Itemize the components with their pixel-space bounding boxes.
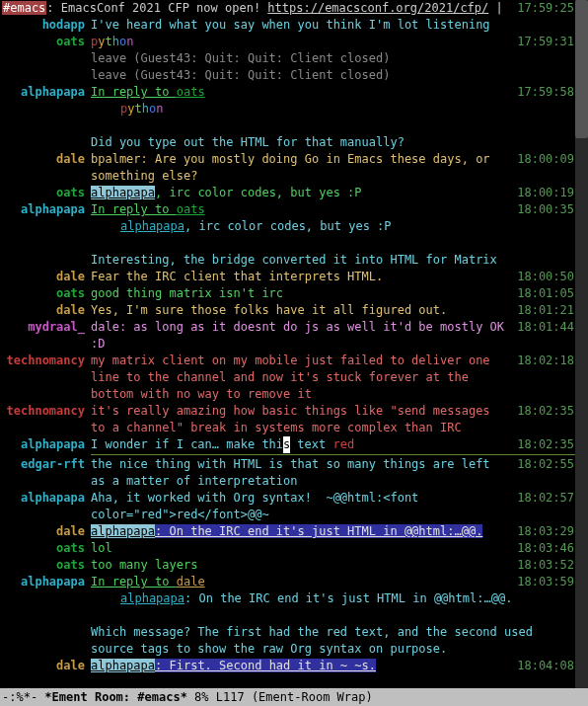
message-line: alphapapaIn reply to oats18:00:35 bbox=[0, 201, 588, 218]
message-line: daleYes, I'm sure those folks have it al… bbox=[0, 302, 588, 319]
channel-chip: #emacs bbox=[2, 1, 46, 15]
scrollbar-thumb[interactable] bbox=[575, 0, 588, 138]
timestamp: 18:02:35 bbox=[517, 403, 574, 420]
timestamp: 18:03:59 bbox=[517, 574, 574, 590]
message-line: alphapapaI wonder if I can… make this te… bbox=[0, 436, 588, 453]
sender-label: technomancy bbox=[0, 403, 91, 420]
separator-rule bbox=[91, 454, 588, 455]
chat-room: #emacs: EmacsConf 2021 CFP now open! htt… bbox=[0, 0, 588, 688]
message-body: python bbox=[91, 34, 509, 50]
sender-label: dale bbox=[0, 302, 91, 319]
message-line: alphapapaAha, it worked with Org syntax!… bbox=[0, 490, 588, 523]
message-body: good thing matrix isn't irc bbox=[91, 285, 509, 302]
sender-label: oats bbox=[0, 34, 91, 50]
sender-label: hodapp bbox=[0, 17, 91, 34]
message-body: Which message? The first had the red tex… bbox=[91, 624, 574, 658]
message-line: daleFear the IRC client that interprets … bbox=[0, 269, 588, 285]
message-body: too many layers bbox=[91, 557, 509, 574]
timestamp: 18:02:55 bbox=[517, 456, 574, 473]
message-line: Did you type out the HTML for that manua… bbox=[0, 134, 588, 151]
mention: : On the IRC end it's just HTML in @@htm… bbox=[155, 524, 482, 538]
sender-label: alphapapa bbox=[0, 201, 91, 218]
message-body: alphapapa: On the IRC end it's just HTML… bbox=[91, 590, 574, 607]
message-line: dalealphapapa: On the IRC end it's just … bbox=[0, 523, 588, 540]
buffer-name: *Ement Room: #emacs* bbox=[44, 690, 187, 704]
message-body: Interesting, the bridge converted it int… bbox=[91, 252, 574, 269]
sender-label: oats bbox=[0, 185, 91, 201]
message-line: edgar-rftthe nice thing with HTML is tha… bbox=[0, 456, 588, 490]
sender-label: alphapapa bbox=[0, 84, 91, 101]
message-line: Which message? The first had the red tex… bbox=[0, 624, 588, 658]
message-body: it's really amazing how basic things lik… bbox=[91, 403, 509, 436]
sender-label: technomancy bbox=[0, 353, 91, 369]
timestamp: 17:59:58 bbox=[517, 84, 574, 101]
mention: alphapapa bbox=[91, 186, 155, 199]
sender-label: oats bbox=[0, 285, 91, 302]
message-body: alphapapa: On the IRC end it's just HTML… bbox=[91, 523, 509, 540]
message-line: alphapapa: On the IRC end it's just HTML… bbox=[0, 590, 588, 607]
message-body: In reply to dale bbox=[91, 574, 509, 590]
message-line: technomancyit's really amazing how basic… bbox=[0, 403, 588, 436]
timestamp: 18:03:52 bbox=[517, 557, 574, 574]
message-line: mydraal_dale: as long as it doesnt do js… bbox=[0, 319, 588, 353]
message-body: alphapapa, irc color codes, but yes :P bbox=[91, 218, 574, 235]
message-body: In reply to oats bbox=[91, 201, 509, 218]
timestamp: 18:00:35 bbox=[517, 201, 574, 218]
timestamp: 18:04:08 bbox=[517, 658, 574, 674]
timestamp: 18:00:09 bbox=[517, 151, 574, 168]
blank-line bbox=[0, 607, 588, 624]
message-body: the nice thing with HTML is that so many… bbox=[91, 456, 509, 490]
message-line: python bbox=[0, 101, 588, 118]
timestamp: 17:59:31 bbox=[517, 34, 574, 50]
notice-line: leave (Guest43: Quit: Quit: Client close… bbox=[0, 67, 588, 84]
message-body: I've heard what you say when you think I… bbox=[91, 17, 574, 34]
message-line: alphapapa, irc color codes, but yes :P bbox=[0, 218, 588, 235]
timestamp: 18:01:05 bbox=[517, 285, 574, 302]
notice-line: leave (Guest43: Quit: Quit: Client close… bbox=[0, 50, 588, 67]
timestamp: 18:02:57 bbox=[517, 490, 574, 507]
timestamp: 18:02:35 bbox=[517, 436, 574, 453]
blank-line bbox=[0, 235, 588, 252]
sender-label: dale bbox=[0, 658, 91, 674]
sender-label: dale bbox=[0, 523, 91, 540]
message-line: oatsgood thing matrix isn't irc18:01:05 bbox=[0, 285, 588, 302]
timestamp: 18:00:19 bbox=[517, 185, 574, 201]
timestamp: 17:59:25 bbox=[517, 0, 574, 17]
mode-line: -:%*- *Ement Room: #emacs* 8% L117 (Emen… bbox=[0, 688, 588, 706]
room-topic: #emacs: EmacsConf 2021 CFP now open! htt… bbox=[0, 0, 588, 17]
message-body: leave (Guest43: Quit: Quit: Client close… bbox=[91, 50, 574, 67]
message-body: python bbox=[91, 101, 574, 118]
sender-label: dale bbox=[0, 151, 91, 168]
message-line: technomancymy matrix client on my mobile… bbox=[0, 353, 588, 403]
message-body: Yes, I'm sure those folks have it all fi… bbox=[91, 302, 509, 319]
message-body: Fear the IRC client that interprets HTML… bbox=[91, 269, 509, 285]
message-line: oatsalphapapa, irc color codes, but yes … bbox=[0, 185, 588, 201]
message-body: Did you type out the HTML for that manua… bbox=[91, 134, 574, 151]
sender-label: edgar-rft bbox=[0, 456, 91, 473]
timestamp: 18:01:44 bbox=[517, 319, 574, 336]
timestamp: 18:02:18 bbox=[517, 353, 574, 369]
message-line: oatslol18:03:46 bbox=[0, 540, 588, 557]
message-body: alphapapa: First. Second had it in ~ ~s. bbox=[91, 658, 509, 674]
message-line: hodappI've heard what you say when you t… bbox=[0, 17, 588, 34]
message-body: lol bbox=[91, 540, 509, 557]
message-line: oatspython17:59:31 bbox=[0, 34, 588, 50]
line-number: L117 bbox=[216, 690, 245, 704]
message-line: alphapapaIn reply to oats17:59:58 bbox=[0, 84, 588, 101]
sender-label: oats bbox=[0, 557, 91, 574]
message-body: my matrix client on my mobile just faile… bbox=[91, 353, 509, 403]
topic-url[interactable]: https://emacsconf.org/2021/cfp/ bbox=[267, 1, 488, 15]
message-line: dalebpalmer: Are you mostly doing Go in … bbox=[0, 151, 588, 185]
message-line: Interesting, the bridge converted it int… bbox=[0, 252, 588, 269]
mention: alphapapa bbox=[91, 659, 155, 672]
blank-line bbox=[0, 118, 588, 134]
mention: alphapapa bbox=[91, 524, 155, 538]
message-body: leave (Guest43: Quit: Quit: Client close… bbox=[91, 67, 574, 84]
message-body: In reply to oats bbox=[91, 84, 509, 101]
sender-label: oats bbox=[0, 540, 91, 557]
message-list[interactable]: hodappI've heard what you say when you t… bbox=[0, 17, 588, 674]
scrollbar-track[interactable] bbox=[575, 0, 588, 688]
timestamp: 18:00:50 bbox=[517, 269, 574, 285]
mention: : First. Second had it in ~ ~s. bbox=[155, 659, 376, 672]
timestamp: 18:03:29 bbox=[517, 523, 574, 540]
